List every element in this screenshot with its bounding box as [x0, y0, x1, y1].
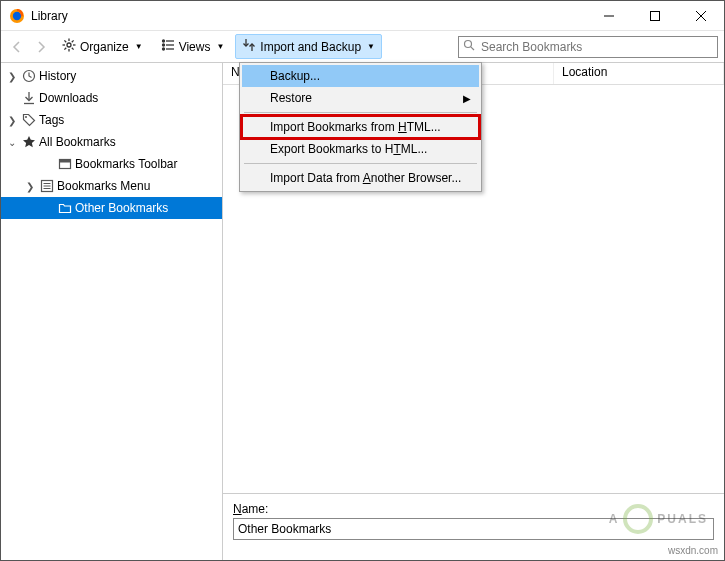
- toolbar-icon: [57, 156, 73, 172]
- views-label: Views: [179, 40, 211, 54]
- import-backup-menu: Backup... Restore ▶ Import Bookmarks fro…: [239, 62, 482, 192]
- sidebar-item-history[interactable]: ❯ History: [1, 65, 222, 87]
- star-filled-icon: [21, 134, 37, 150]
- svg-rect-27: [60, 160, 71, 163]
- svg-point-25: [25, 116, 27, 118]
- expand-icon[interactable]: ❯: [5, 71, 19, 82]
- sidebar-item-all-bookmarks[interactable]: ⌄ All Bookmarks: [1, 131, 222, 153]
- download-icon: [21, 90, 37, 106]
- import-backup-button[interactable]: Import and Backup ▼: [235, 34, 382, 59]
- menu-import-html[interactable]: Import Bookmarks from HTML...: [242, 116, 479, 138]
- sidebar-tree[interactable]: ❯ History . Downloads ❯ Tags ⌄ All Bookm…: [1, 63, 223, 560]
- sidebar-item-tags[interactable]: ❯ Tags: [1, 109, 222, 131]
- views-button[interactable]: Views ▼: [154, 34, 232, 59]
- svg-point-17: [162, 44, 164, 46]
- sidebar-item-other-bookmarks[interactable]: . Other Bookmarks: [1, 197, 222, 219]
- firefox-icon: [9, 8, 25, 24]
- svg-line-11: [64, 40, 66, 42]
- maximize-button[interactable]: [632, 1, 678, 30]
- submenu-arrow-icon: ▶: [463, 93, 471, 104]
- menu-restore[interactable]: Restore ▶: [242, 87, 479, 109]
- history-icon: [21, 68, 37, 84]
- search-box[interactable]: [458, 36, 718, 58]
- folder-icon: [57, 200, 73, 216]
- svg-point-1: [13, 11, 21, 19]
- details-name-input[interactable]: [233, 518, 714, 540]
- svg-line-22: [471, 47, 474, 50]
- nav-forward-button[interactable]: [31, 37, 51, 57]
- menu-icon: [39, 178, 55, 194]
- details-pane: Name:: [223, 494, 724, 560]
- menu-import-other-browser[interactable]: Import Data from Another Browser...: [242, 167, 479, 189]
- sidebar-item-label: Tags: [39, 113, 64, 127]
- chevron-down-icon: ▼: [367, 42, 375, 51]
- expand-icon[interactable]: ❯: [5, 115, 19, 126]
- chevron-down-icon: ▼: [135, 42, 143, 51]
- sidebar-item-bookmarks-toolbar[interactable]: . Bookmarks Toolbar: [1, 153, 222, 175]
- gear-icon: [62, 38, 76, 55]
- import-backup-label: Import and Backup: [260, 40, 361, 54]
- titlebar: Library: [1, 1, 724, 31]
- svg-rect-3: [651, 11, 660, 20]
- menu-backup[interactable]: Backup...: [242, 65, 479, 87]
- import-export-icon: [242, 38, 256, 55]
- sidebar-item-label: Bookmarks Menu: [57, 179, 150, 193]
- column-location[interactable]: Location: [554, 63, 724, 84]
- menu-export-html[interactable]: Export Bookmarks to HTML...: [242, 138, 479, 160]
- sidebar-item-downloads[interactable]: . Downloads: [1, 87, 222, 109]
- menu-separator: [244, 112, 477, 113]
- sidebar-item-label: All Bookmarks: [39, 135, 116, 149]
- svg-point-15: [162, 40, 164, 42]
- minimize-button[interactable]: [586, 1, 632, 30]
- expand-icon[interactable]: ❯: [23, 181, 37, 192]
- collapse-icon[interactable]: ⌄: [5, 137, 19, 148]
- sidebar-item-bookmarks-menu[interactable]: ❯ Bookmarks Menu: [1, 175, 222, 197]
- list-icon: [161, 38, 175, 55]
- svg-point-21: [465, 41, 472, 48]
- sidebar-item-label: History: [39, 69, 76, 83]
- svg-point-19: [162, 48, 164, 50]
- svg-line-12: [72, 48, 74, 50]
- toolbar: Organize ▼ Views ▼ Import and Backup ▼ B…: [1, 31, 724, 63]
- svg-point-6: [67, 43, 71, 47]
- sidebar-item-label: Downloads: [39, 91, 98, 105]
- tag-icon: [21, 112, 37, 128]
- details-name-label: Name:: [233, 502, 714, 516]
- search-icon: [463, 39, 475, 54]
- sidebar-item-label: Bookmarks Toolbar: [75, 157, 178, 171]
- library-window: Library Organize ▼ Views ▼ Import and Ba…: [0, 0, 725, 561]
- menu-separator: [244, 163, 477, 164]
- sidebar-item-label: Other Bookmarks: [75, 201, 168, 215]
- organize-label: Organize: [80, 40, 129, 54]
- close-button[interactable]: [678, 1, 724, 30]
- organize-button[interactable]: Organize ▼: [55, 34, 150, 59]
- search-input[interactable]: [479, 39, 713, 55]
- chevron-down-icon: ▼: [216, 42, 224, 51]
- svg-line-14: [64, 48, 66, 50]
- window-title: Library: [31, 9, 68, 23]
- nav-back-button[interactable]: [7, 37, 27, 57]
- svg-line-13: [72, 40, 74, 42]
